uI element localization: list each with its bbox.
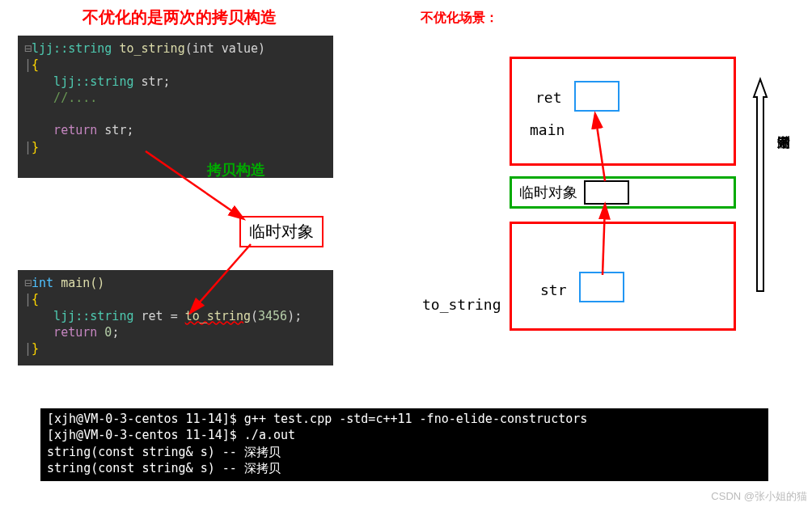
label-copy-construct-1: 拷贝构造 (207, 160, 265, 180)
code-line: |{ (24, 291, 327, 307)
code-line: ⊟int main() (24, 275, 327, 291)
code-line: |} (24, 340, 327, 357)
stack-frame-main (510, 57, 736, 166)
title-main: 不优化的是两次的拷贝构造 (82, 6, 277, 28)
temp-object-box: 临时对象 (239, 216, 324, 247)
terminal-output: [xjh@VM-0-3-centos 11-14]$ g++ test.cpp … (40, 408, 768, 481)
stack-diagram: main ret 临时对象 str to_string 空间逐渐销毁 (437, 49, 776, 372)
label-str: str (540, 281, 567, 298)
terminal-line: string(const string& s) -- 深拷贝 (47, 444, 762, 460)
big-upward-arrow (742, 73, 778, 315)
code-line: ljj::string str; (24, 74, 327, 90)
var-box-temp (584, 180, 629, 205)
code-line: |} (24, 139, 327, 155)
label-tostring: to_string (422, 296, 501, 313)
code-line: //.... (24, 90, 327, 106)
var-box-ret (574, 81, 620, 112)
code-line: return 0; (24, 324, 327, 340)
terminal-line: string(const string& s) -- 深拷贝 (47, 460, 762, 476)
terminal-line: [xjh@VM-0-3-centos 11-14]$ g++ test.cpp … (47, 411, 762, 427)
code-line: ljj::string ret = to_string(3456); (24, 308, 327, 324)
code-block-to-string: ⊟ljj::string to_string(int value) |{ ljj… (18, 36, 333, 178)
watermark: CSDN @张小姐的猫 (711, 489, 807, 504)
var-box-str (579, 272, 624, 302)
code-block-main: ⊟int main() |{ ljj::string ret = to_stri… (18, 270, 333, 365)
label-ret: ret (535, 89, 562, 106)
code-line: ⊟ljj::string to_string(int value) (24, 40, 327, 57)
code-line: |{ (24, 57, 327, 73)
terminal-line: [xjh@VM-0-3-centos 11-14]$ ./a.out (47, 427, 762, 443)
label-temp: 临时对象 (519, 183, 577, 202)
code-line (24, 106, 327, 122)
code-line: return str; (24, 122, 327, 138)
title-scene: 不优化场景： (421, 10, 498, 27)
label-main: main (530, 121, 565, 138)
